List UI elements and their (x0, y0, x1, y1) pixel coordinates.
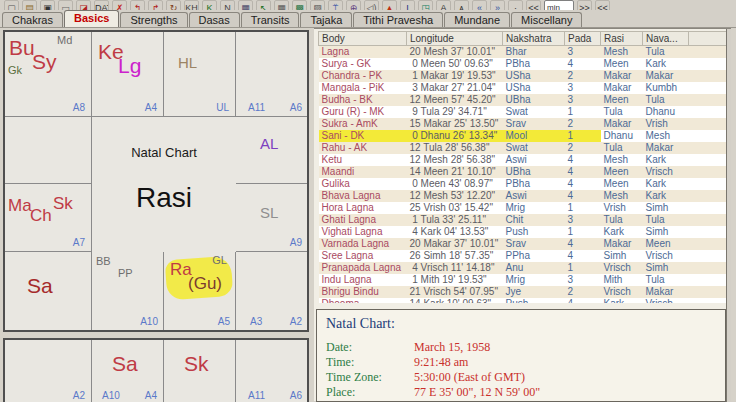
house-a5[interactable]: GL Ra (Gu) A5 (164, 252, 236, 330)
dot-icon[interactable]: · (508, 0, 523, 10)
table-row[interactable]: Gulika 0 Meen 43' 08.97" PBha 4 Meen Kar… (319, 178, 729, 190)
back-double-icon[interactable]: « (472, 0, 487, 10)
n-icon[interactable]: N (220, 0, 235, 10)
rasi-chart[interactable]: Md Bu Sy Gk A8 Ke Lg A4 HL UL A11 A6 AL … (3, 30, 309, 332)
table-row[interactable]: Varnada Lagna 20 Makar 37' 10.01" Srav 4… (319, 238, 729, 250)
table-row[interactable]: Ketu 12 Mesh 28' 56.38" Aswi 4 Mesh Kark (319, 154, 729, 166)
green-square-icon[interactable]: ◳ (418, 0, 433, 10)
table-row[interactable]: Guru (R) - MK 9 Tula 29' 34.71" Swat 1 T… (319, 106, 729, 118)
house-ul[interactable]: HL UL (164, 32, 236, 117)
fast-forward-icon[interactable]: >> (577, 0, 592, 10)
table-row[interactable]: Bhrigu Bindu 21 Vrisch 54' 07.95" Jye 2 … (319, 286, 729, 298)
table-row[interactable]: Surya - GK 0 Meen 50' 09.63" PBha 4 Meen… (319, 58, 729, 70)
table-row[interactable]: Chandra - PK 1 Makar 19' 19.53" USha 2 M… (319, 70, 729, 82)
speaker-icon[interactable]: ◁) (364, 0, 379, 10)
globe-speaker-icon[interactable]: ⊕ (346, 0, 361, 10)
font-increase-icon[interactable]: A (436, 0, 451, 10)
house-empty-left[interactable] (5, 117, 92, 184)
undo-arrow-icon[interactable]: ↰ (130, 0, 145, 10)
house-al[interactable]: AL (236, 117, 307, 184)
table-row[interactable]: Sree Lagna 26 Simh 18' 57.35" PPha 4 Sim… (319, 250, 729, 262)
pointer-k-icon[interactable]: ↖ (256, 0, 271, 10)
house-cell[interactable]: A11 A6 (236, 340, 307, 402)
col-header-nava[interactable]: Nava... (643, 32, 689, 46)
tab-dasas[interactable]: Dasas (189, 12, 240, 27)
table-row[interactable]: Sukra - AmK 15 Makar 25' 13.50" Srav 2 M… (319, 118, 729, 130)
col-header-nakshatra[interactable]: Nakshatra (503, 32, 565, 46)
col-header-rasi[interactable]: Rasi (601, 32, 643, 46)
cell-blank (689, 142, 729, 154)
table-row[interactable]: Hora Lagna 25 Vrish 03' 15.42" Mrig 1 Vr… (319, 202, 729, 214)
table-row[interactable]: Bhava Lagna 12 Mesh 53' 12.20" Aswi 4 Me… (319, 190, 729, 202)
positions-table-wrap[interactable]: Body Longitude Nakshatra Pada Rasi Nava.… (314, 29, 731, 303)
table-row[interactable]: Indu Lagna 1 Mith 19' 19.53" Mrig 3 Mith… (319, 274, 729, 286)
data-icon[interactable]: DATA (94, 0, 109, 10)
k-green-icon[interactable]: K (202, 0, 217, 10)
house-sa[interactable]: Sa (5, 252, 92, 330)
delete-x-icon[interactable]: ✗ (112, 0, 127, 10)
tab-chakras[interactable]: Chakras (2, 12, 63, 27)
tab-transits[interactable]: Transits (241, 12, 300, 27)
table-row[interactable]: Sani - DK 0 Dhanu 26' 13.34" Mool 1 Dhan… (319, 130, 729, 142)
cell-rasi: Makar (601, 118, 643, 130)
tab-basics[interactable]: Basics (64, 10, 119, 27)
forward-double-icon[interactable]: » (490, 0, 505, 10)
save-icon[interactable]: ▣ (40, 0, 55, 10)
table-row[interactable]: Budha - BK 12 Meen 57' 45.20" UBha 3 Mee… (319, 94, 729, 106)
cell-blank (689, 58, 729, 70)
cell-pada: 4 (565, 154, 601, 166)
cell-pada: 2 (565, 142, 601, 154)
cell-body: Dhooma (319, 298, 407, 304)
table-row[interactable]: Rahu - AK 12 Tula 28' 56.38" Swat 2 Tula… (319, 142, 729, 154)
col-header-pada[interactable]: Pada (565, 32, 601, 46)
house-cell[interactable]: A2 (5, 340, 92, 402)
tab-tajaka[interactable]: Tajaka (300, 12, 352, 27)
grid-plus-icon[interactable]: ▨ (310, 0, 325, 10)
table-row[interactable]: Mangala - PiK 3 Makar 27' 21.04" USha 3 … (319, 82, 729, 94)
second-chart[interactable]: A2 Sa A10 A4 Sk A11 A6 (3, 338, 309, 402)
house-label: A4 (145, 390, 157, 401)
house-a7[interactable]: Ma Ch Sk A7 (5, 184, 92, 252)
table-row[interactable]: Vighati Lagna 4 Kark 04' 13.53" Push 1 K… (319, 226, 729, 238)
grid-icon[interactable]: ▦ (274, 0, 289, 10)
tab-strengths[interactable]: Strengths (120, 12, 187, 27)
col-header-longitude[interactable]: Longitude (407, 32, 503, 46)
rewind-icon[interactable]: << (526, 0, 541, 10)
kh-icon[interactable]: KH (184, 0, 199, 10)
house-a9[interactable]: SL A9 (236, 184, 307, 252)
house-a3[interactable]: A3 A2 (236, 252, 307, 330)
house-a4[interactable]: Ke Lg A4 (92, 32, 164, 117)
open-file-icon[interactable]: ▤ (22, 0, 37, 10)
people-icon[interactable]: ⍡ (328, 0, 343, 10)
print-icon[interactable]: ▭ (58, 0, 73, 10)
info-label: Time Zone: (326, 370, 414, 385)
table-row[interactable]: Ghati Lagna 1 Tula 33' 25.11" Chit 3 Tul… (319, 214, 729, 226)
tab-tithi-pravesha[interactable]: Tithi Pravesha (353, 12, 443, 27)
info-row: Time Zone: 5:30:00 (East of GMT) (326, 370, 725, 385)
new-file-icon[interactable]: ▢ (4, 0, 19, 10)
chart-red-icon[interactable]: ◪ (76, 0, 91, 10)
house-label-a8: A8 (73, 102, 85, 113)
grid-green-icon[interactable]: ▩ (292, 0, 307, 10)
rotate-globe-icon[interactable]: ↻ (166, 0, 181, 10)
rewind2-icon[interactable]: << (595, 0, 610, 10)
house-cell[interactable]: Sk (164, 340, 236, 402)
tab-miscellany[interactable]: Miscellany (511, 12, 582, 27)
redo-arrow-icon[interactable]: ↱ (148, 0, 163, 10)
table-row[interactable]: Lagna 20 Mesh 37' 10.01" Bhar 3 Mesh Tul… (319, 46, 729, 58)
font-decrease-icon[interactable]: ᴀ (454, 0, 469, 10)
col-header-body[interactable]: Body (319, 32, 407, 46)
house-a11[interactable]: A11 A6 (236, 32, 307, 117)
table-row[interactable]: Dhooma 14 Kark 10' 09.63" Push 4 Kark Vr… (319, 298, 729, 304)
table-row[interactable]: Maandi 14 Meen 21' 10.10" UBha 4 Meen Vr… (319, 166, 729, 178)
min-spinner[interactable]: min (544, 0, 574, 10)
table-grid-icon[interactable]: ▦ (238, 0, 253, 10)
house-cell[interactable]: Sa A10 A4 (92, 340, 164, 402)
text-cursor-icon[interactable]: I (400, 0, 415, 10)
house-a10[interactable]: BB PP A10 (92, 252, 164, 330)
tent-red-icon[interactable]: ▲ (382, 0, 397, 10)
cell-longitude: 26 Simh 18' 57.35" (407, 250, 503, 262)
house-a8[interactable]: Md Bu Sy Gk A8 (5, 32, 92, 117)
table-row[interactable]: Pranapada Lagna 4 Vrisch 11' 14.18" Anu … (319, 262, 729, 274)
tab-mundane[interactable]: Mundane (444, 12, 510, 27)
